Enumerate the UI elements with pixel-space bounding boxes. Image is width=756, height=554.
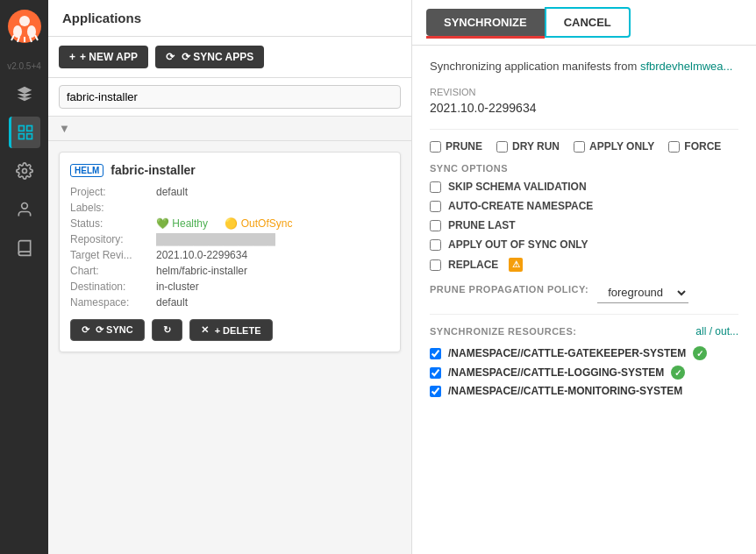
- svg-rect-12: [19, 134, 25, 139]
- resource-status-1: ✓: [671, 366, 685, 380]
- option-replace[interactable]: REPLACE ⚠: [430, 258, 738, 272]
- apply-only-input[interactable]: [574, 141, 585, 153]
- revision-value: 2021.10.0-2299634: [430, 101, 738, 115]
- sidebar-icon-user[interactable]: [9, 194, 40, 225]
- delete-button[interactable]: ✕ + DELETE: [189, 319, 273, 341]
- svg-rect-11: [27, 126, 32, 131]
- sync-description: Synchronizing application manifests from…: [430, 60, 738, 73]
- option-auto-create-ns[interactable]: AUTO-CREATE NAMESPACE: [430, 200, 738, 212]
- toolbar: + + NEW APP ⟳ ⟳ SYNC APPS: [48, 37, 411, 78]
- dry-run-checkbox[interactable]: DRY RUN: [496, 140, 560, 153]
- sidebar-icon-layers[interactable]: [9, 78, 40, 110]
- app-name: fabric-installer: [111, 163, 195, 177]
- namespace-value: default: [156, 296, 188, 309]
- sync-resources-label: SYNCHRONIZE RESOURCES:: [430, 326, 576, 337]
- force-input[interactable]: [668, 141, 680, 153]
- filter-icon: ▼: [59, 122, 70, 135]
- replace-input[interactable]: [430, 259, 441, 271]
- search-input[interactable]: [59, 85, 401, 109]
- sync-repo-link[interactable]: sfbrdevhelmwea...: [640, 60, 733, 73]
- warning-icon: ⚠: [509, 258, 523, 272]
- labels-label: Labels:: [70, 202, 149, 214]
- filter-bar: ▼: [48, 117, 411, 141]
- resource-checkbox-0[interactable]: [430, 348, 441, 359]
- detail-row-target-rev: Target Revi... 2021.10.0-2299634: [70, 247, 389, 263]
- prune-policy-row: PRUNE PROPAGATION POLICY: foreground bac…: [430, 282, 738, 303]
- sync-resources-links[interactable]: all / out...: [695, 325, 738, 337]
- app-logo: [7, 9, 42, 44]
- option-prune-last[interactable]: PRUNE LAST: [430, 219, 738, 231]
- sync-apps-button[interactable]: ⟳ ⟳ SYNC APPS: [155, 46, 264, 68]
- top-checkboxes: PRUNE DRY RUN APPLY ONLY FORCE: [430, 140, 738, 153]
- prune-input[interactable]: [430, 141, 441, 153]
- status-healthy: 💚 Healthy: [156, 217, 208, 230]
- sync-dialog: SYNCHRONIZE CANCEL Synchronizing applica…: [412, 0, 756, 554]
- repo-value: ████████████████: [156, 233, 275, 245]
- version-label: v2.0.5+4: [7, 61, 41, 71]
- prune-last-input[interactable]: [430, 220, 441, 231]
- chart-value: helm/fabric-installer: [156, 265, 247, 277]
- sync-header: SYNCHRONIZE CANCEL: [412, 0, 756, 46]
- destination-label: Destination:: [70, 281, 149, 293]
- sidebar: v2.0.5+4: [0, 0, 48, 554]
- refresh-icon: ↻: [163, 324, 171, 336]
- app-card-header: HELM fabric-installer: [70, 163, 389, 177]
- force-checkbox[interactable]: FORCE: [668, 140, 721, 153]
- main-area: Applications + + NEW APP ⟳ ⟳ SYNC APPS ▼…: [48, 0, 756, 554]
- resource-item-0: /NAMESPACE//CATTLE-GATEKEEPER-SYSTEM ✓: [430, 346, 738, 360]
- svg-point-14: [22, 169, 26, 174]
- sync-button[interactable]: ⟳ ⟳ SYNC: [70, 319, 145, 341]
- sync-body: Synchronizing application manifests from…: [412, 46, 756, 554]
- project-value: default: [156, 186, 188, 198]
- detail-row-destination: Destination: in-cluster: [70, 279, 389, 295]
- divider-2: [430, 314, 738, 315]
- project-label: Project:: [70, 186, 149, 198]
- svg-rect-13: [27, 134, 32, 139]
- prune-checkbox[interactable]: PRUNE: [430, 140, 482, 153]
- helm-badge: HELM: [70, 164, 103, 177]
- repo-label: Repository:: [70, 233, 149, 245]
- target-rev-value: 2021.10.0-2299634: [156, 249, 247, 261]
- apply-only-checkbox[interactable]: APPLY ONLY: [574, 140, 654, 153]
- detail-row-status: Status: 💚 Healthy 🟡 OutOfSync: [70, 216, 389, 231]
- search-bar: [48, 78, 411, 117]
- refresh-button[interactable]: ↻: [152, 319, 182, 341]
- resource-status-0: ✓: [693, 346, 707, 360]
- sync-options-label: SYNC OPTIONS: [430, 163, 738, 174]
- app-card: HELM fabric-installer Project: default L…: [59, 152, 401, 352]
- sync-icon: ⟳: [82, 324, 89, 336]
- new-app-button[interactable]: + + NEW APP: [59, 46, 148, 68]
- panel-title: Applications: [48, 0, 411, 37]
- sidebar-icon-settings[interactable]: [9, 155, 40, 187]
- status-label: Status:: [70, 217, 149, 230]
- resource-checkbox-2[interactable]: [430, 386, 441, 397]
- chart-label: Chart:: [70, 265, 149, 277]
- sidebar-icon-docs[interactable]: [9, 232, 40, 264]
- skip-schema-input[interactable]: [430, 181, 441, 193]
- revision-section: Revision 2021.10.0-2299634: [430, 87, 738, 115]
- option-skip-schema[interactable]: SKIP SCHEMA VALIDATION: [430, 181, 738, 193]
- apply-out-of-sync-input[interactable]: [430, 239, 441, 251]
- sync-icon: ⟳: [166, 51, 175, 63]
- dry-run-input[interactable]: [496, 141, 508, 153]
- left-panel: Applications + + NEW APP ⟳ ⟳ SYNC APPS ▼…: [48, 0, 412, 554]
- plus-icon: +: [69, 51, 75, 63]
- svg-rect-10: [19, 126, 25, 131]
- synchronize-button[interactable]: SYNCHRONIZE: [426, 9, 545, 36]
- prune-policy-label: PRUNE PROPAGATION POLICY:: [430, 284, 588, 295]
- cancel-button[interactable]: CANCEL: [545, 7, 631, 38]
- option-apply-out-of-sync[interactable]: APPLY OUT OF SYNC ONLY: [430, 238, 738, 251]
- auto-create-ns-input[interactable]: [430, 201, 441, 212]
- detail-row-repo: Repository: ████████████████: [70, 231, 389, 247]
- resource-checkbox-1[interactable]: [430, 367, 441, 379]
- sidebar-icon-apps[interactable]: [9, 117, 40, 148]
- svg-point-1: [19, 16, 30, 26]
- detail-row-namespace: Namespace: default: [70, 295, 389, 310]
- resource-item-2: /NAMESPACE//CATTLE-MONITORING-SYSTEM: [430, 385, 738, 397]
- destination-value: in-cluster: [156, 281, 199, 293]
- prune-policy-select[interactable]: foreground background orphan: [597, 282, 688, 303]
- namespace-label: Namespace:: [70, 296, 149, 309]
- divider-1: [430, 129, 738, 130]
- svg-point-15: [21, 203, 27, 210]
- target-rev-label: Target Revi...: [70, 249, 149, 261]
